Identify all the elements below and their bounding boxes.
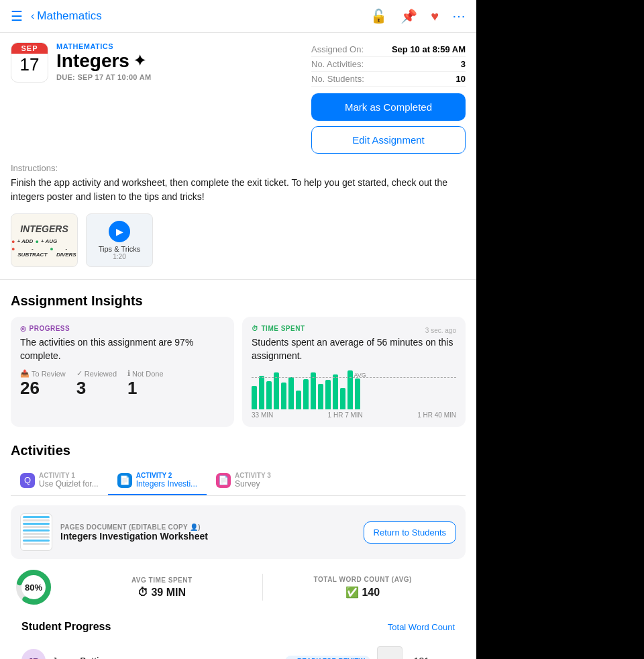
assigned-on-row: Assigned On: Sep 10 at 8:59 AM bbox=[311, 42, 466, 57]
bar-2 bbox=[259, 376, 264, 409]
avatar-initials-jb: JB bbox=[28, 656, 40, 659]
doc-thumbnail bbox=[20, 513, 52, 551]
time-spent-text: Students spent an average of 56 minutes … bbox=[252, 336, 456, 362]
axis-label-3: 1 HR 40 MIN bbox=[417, 411, 456, 419]
student-progress-section: Student Progress Total Word Count JB Jas… bbox=[11, 615, 466, 659]
checkmark-icon: ✅ bbox=[345, 586, 359, 599]
student-more-btn-1[interactable]: ⋯ bbox=[436, 654, 455, 659]
tips-tricks-card[interactable]: ▶ Tips & Tricks 1:20 bbox=[86, 213, 153, 267]
insights-section: Assignment Insights ◎ PROGRESS The activ… bbox=[0, 283, 476, 432]
lock-icon[interactable]: 🔓 bbox=[370, 8, 387, 24]
edit-assignment-button[interactable]: Edit Assignment bbox=[311, 126, 466, 154]
bar-8 bbox=[303, 379, 309, 409]
tips-duration: 1:20 bbox=[113, 253, 125, 260]
bar-6 bbox=[288, 377, 294, 409]
play-icon: ▶ bbox=[109, 221, 130, 242]
bar-9 bbox=[311, 372, 316, 409]
student-name-1: Jason Bettinger bbox=[52, 656, 278, 659]
info-icon: ℹ bbox=[127, 369, 130, 378]
total-word-count-link[interactable]: Total Word Count bbox=[388, 622, 455, 632]
quizlet-icon: Q bbox=[20, 473, 35, 488]
tab-2-info: ACTIVITY 2 Integers Investi... bbox=[136, 472, 197, 489]
doc-type-label: PAGES DOCUMENT (EDITABLE COPY 👤) bbox=[60, 523, 356, 531]
assignment-info: MATHEMATICS Integers ✦ DUE: SEP 17 AT 10… bbox=[56, 42, 301, 154]
tips-label: Tips & Tricks bbox=[99, 245, 141, 253]
chevron-left-icon: ‹ bbox=[31, 10, 34, 22]
tab-1-info: ACTIVITY 1 Use Quizlet for... bbox=[39, 472, 99, 489]
assignment-header: SEP 17 MATHEMATICS Integers ✦ DUE: SEP 1… bbox=[0, 33, 476, 154]
check-circle-icon: ✓ bbox=[76, 369, 83, 378]
clock-small-icon: ⏱ bbox=[138, 587, 148, 599]
word-count-value: ✅ 140 bbox=[271, 586, 455, 599]
insights-grid: ◎ PROGRESS The activities on this assign… bbox=[11, 317, 466, 427]
more-icon[interactable]: ⋯ bbox=[452, 8, 466, 24]
bar-chart-container: AVG bbox=[252, 369, 456, 419]
bar-chart: AVG bbox=[252, 369, 456, 409]
header-icons: 🔓 📌 ♥ ⋯ bbox=[370, 8, 466, 24]
assigned-on-value: Sep 10 at 8:59 AM bbox=[392, 44, 466, 54]
reviewed-stat: ✓ Reviewed 3 bbox=[76, 369, 117, 399]
title-text: Integers bbox=[56, 50, 129, 72]
progress-title: Student Progress bbox=[21, 621, 111, 633]
instructions-text: Finish the app activity and worksheet, t… bbox=[11, 176, 466, 204]
sidebar-toggle-icon[interactable]: ☰ bbox=[11, 8, 23, 24]
integers-poster: INTEGERS ●+ ADD ●+ AUG ●- SUBTRACT ●- DI… bbox=[11, 213, 78, 267]
bar-11 bbox=[325, 380, 331, 409]
bar-12 bbox=[333, 374, 338, 409]
subject-label: MATHEMATICS bbox=[56, 42, 301, 50]
progress-text: The activities on this assignment are 97… bbox=[20, 336, 225, 362]
activity-tab-3[interactable]: 📄 ACTIVITY 3 Survey bbox=[207, 466, 280, 495]
word-count-block: TOTAL WORD COUNT (AVG) ✅ 140 bbox=[263, 576, 464, 599]
instructions-section: Instructions: Finish the app activity an… bbox=[0, 154, 476, 204]
word-count-label: TOTAL WORD COUNT (AVG) bbox=[271, 576, 455, 583]
due-date: DUE: SEP 17 AT 10:00 AM bbox=[56, 73, 301, 81]
calendar-badge: SEP 17 bbox=[11, 42, 48, 83]
time-ago: 3 sec. ago bbox=[425, 327, 456, 334]
doc-info: PAGES DOCUMENT (EDITABLE COPY 👤) Integer… bbox=[60, 523, 356, 542]
activities-title: Activities bbox=[11, 443, 466, 458]
to-review-stat: 📤 To Review 26 bbox=[20, 369, 66, 399]
pages-icon: 📄 bbox=[117, 473, 132, 488]
pin-icon[interactable]: 📌 bbox=[400, 8, 417, 24]
progress-card: ◎ PROGRESS The activities on this assign… bbox=[11, 317, 234, 427]
insights-title: Assignment Insights bbox=[11, 293, 466, 309]
time-spent-card: ⏱ TIME SPENT 3 sec. ago Students spent a… bbox=[242, 317, 466, 427]
activity-tab-2[interactable]: 📄 ACTIVITY 2 Integers Investi... bbox=[108, 466, 207, 495]
stats-row: 80% AVG TIME SPENT ⏱ 39 MIN TOTAL WORD C… bbox=[11, 567, 466, 607]
calendar-day: 17 bbox=[11, 54, 48, 77]
student-thumb-1 bbox=[377, 646, 402, 659]
assignment-meta: Assigned On: Sep 10 at 8:59 AM No. Activ… bbox=[311, 42, 466, 154]
reviewed-value: 3 bbox=[76, 378, 117, 399]
student-row-1: JB Jason Bettinger ● READY FOR REVIEW 13… bbox=[21, 640, 455, 659]
back-button[interactable]: ‹ Mathematics bbox=[31, 9, 102, 23]
clock-icon: ⏱ bbox=[252, 325, 259, 332]
avg-time-block: AVG TIME SPENT ⏱ 39 MIN bbox=[62, 576, 262, 599]
assigned-on-label: Assigned On: bbox=[311, 44, 364, 54]
header: ☰ ‹ Mathematics 🔓 📌 ♥ ⋯ bbox=[0, 0, 476, 33]
assignment-title: Integers ✦ bbox=[56, 50, 301, 72]
bar-7 bbox=[296, 391, 301, 409]
svg-text:80%: 80% bbox=[25, 582, 42, 593]
insight-stats: 📤 To Review 26 ✓ Reviewed 3 bbox=[20, 369, 225, 399]
status-badge-1: ● READY FOR REVIEW bbox=[285, 656, 370, 659]
not-done-label: ℹ Not Done bbox=[127, 369, 163, 378]
activity-tabs: Q ACTIVITY 1 Use Quizlet for... 📄 ACTIVI… bbox=[11, 466, 466, 496]
bar-13 bbox=[340, 388, 345, 409]
reviewed-label: ✓ Reviewed bbox=[76, 369, 117, 378]
activities-section: Activities Q ACTIVITY 1 Use Quizlet for.… bbox=[0, 432, 476, 659]
chart-axis: 33 MIN 1 HR 7 MIN 1 HR 40 MIN bbox=[252, 411, 456, 419]
doc-title: Integers Investigation Worksheet bbox=[60, 531, 356, 542]
return-to-students-button[interactable]: Return to Students bbox=[364, 521, 456, 544]
calendar-month: SEP bbox=[11, 43, 48, 54]
mark-completed-button[interactable]: Mark as Completed bbox=[311, 93, 466, 121]
activity-tab-1[interactable]: Q ACTIVITY 1 Use Quizlet for... bbox=[11, 466, 108, 495]
bar-15 bbox=[355, 378, 360, 409]
progress-header: Student Progress Total Word Count bbox=[21, 621, 455, 633]
bar-1 bbox=[252, 386, 257, 409]
inbox-icon: 📤 bbox=[20, 369, 30, 378]
to-review-label: 📤 To Review bbox=[20, 369, 66, 378]
heart-icon[interactable]: ♥ bbox=[431, 9, 439, 24]
avatar-jb: JB bbox=[21, 649, 46, 659]
no-activities-label: No. Activities: bbox=[311, 59, 364, 69]
bar-5 bbox=[281, 383, 286, 409]
